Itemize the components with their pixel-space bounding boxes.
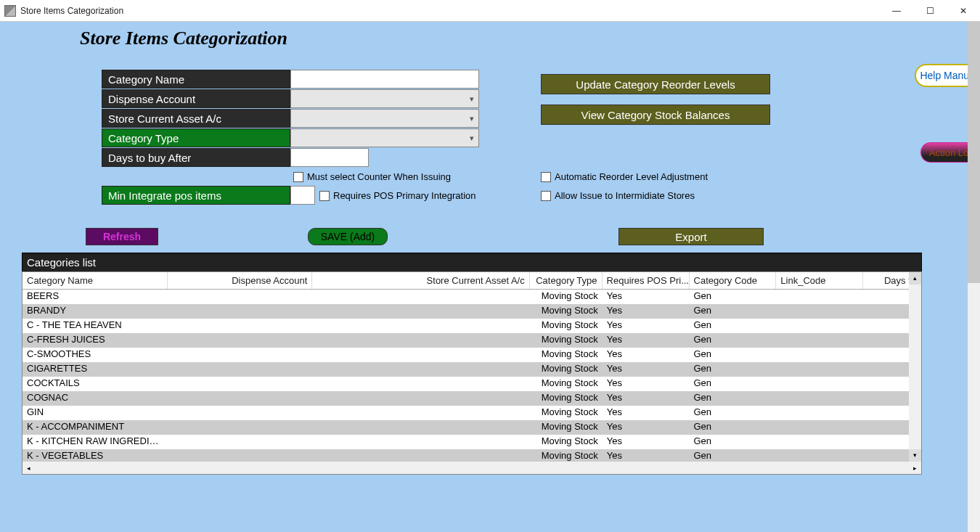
cell	[312, 435, 530, 449]
cell: Moving Stock	[530, 348, 603, 362]
cell	[776, 348, 863, 362]
allow-intermediate-checkbox[interactable]	[541, 191, 551, 201]
cell	[168, 435, 313, 449]
table-row[interactable]: BRANDYMoving StockYesGen	[23, 304, 921, 319]
col-link-code[interactable]: Link_Code	[776, 272, 863, 289]
cell: COCKTAILS	[23, 377, 168, 391]
col-dispense-account[interactable]: Dispense Account	[168, 272, 313, 289]
cell	[776, 406, 863, 420]
cell	[168, 391, 313, 406]
cell: Yes	[603, 290, 690, 304]
cell: Gen	[690, 435, 777, 449]
cell: Gen	[690, 304, 777, 319]
cell	[776, 319, 863, 333]
min-integrate-pos-input[interactable]	[290, 186, 315, 205]
days-to-buy-input[interactable]	[290, 148, 369, 167]
cell: Gen	[690, 420, 777, 435]
label-dispense-account: Dispense Account	[102, 89, 290, 108]
must-select-counter-checkbox[interactable]	[293, 172, 303, 182]
scroll-down-icon[interactable]: ▾	[909, 449, 921, 462]
cell	[168, 290, 313, 304]
categories-grid[interactable]: Category Name Dispense Account Store Cur…	[22, 271, 922, 475]
view-balances-button[interactable]: View Category Stock Balances	[541, 105, 770, 125]
label-requires-pos-primary: Requires POS Primary Integration	[333, 190, 476, 201]
update-reorder-button[interactable]: Update Category Reorder Levels	[541, 74, 770, 94]
refresh-button[interactable]: Refresh	[86, 228, 158, 245]
label-auto-reorder: Automatic Reorder Level Adjustment	[555, 171, 708, 182]
label-must-select-counter: Must select Counter When Issuing	[307, 171, 451, 182]
table-row[interactable]: GINMoving StockYesGen	[23, 406, 921, 420]
cell: GIN	[23, 406, 168, 420]
table-row[interactable]: C-FRESH JUICESMoving StockYesGen	[23, 333, 921, 348]
cell: Yes	[603, 435, 690, 449]
col-category-name[interactable]: Category Name	[23, 272, 168, 289]
window-title: Store Items Categorization	[20, 6, 123, 16]
cell	[312, 406, 530, 420]
cell: Yes	[603, 319, 690, 333]
maximize-button[interactable]: ☐	[913, 0, 947, 22]
table-row[interactable]: K - KITCHEN RAW INGREDIE...Moving StockY…	[23, 435, 921, 449]
scroll-right-icon[interactable]: ▸	[909, 465, 921, 472]
grid-vertical-scrollbar[interactable]: ▴ ▾	[909, 272, 921, 462]
page-title: Store Items Categorization	[80, 28, 287, 49]
cell: Moving Stock	[530, 333, 603, 348]
grid-title: Categories list	[22, 253, 922, 272]
label-days-to-buy: Days to buy After	[102, 148, 290, 167]
label-category-type: Category Type	[102, 128, 290, 147]
cell: Moving Stock	[530, 304, 603, 319]
category-type-combo[interactable]	[290, 128, 479, 147]
grid-horizontal-scrollbar[interactable]: ◂ ▸	[23, 462, 921, 474]
cell: Yes	[603, 333, 690, 348]
cell	[776, 304, 863, 319]
cell: Moving Stock	[530, 290, 603, 304]
minimize-button[interactable]: —	[880, 0, 913, 22]
cell: Yes	[603, 420, 690, 435]
requires-pos-primary-checkbox[interactable]	[319, 191, 330, 201]
cell	[168, 333, 313, 348]
label-allow-intermediate: Allow Issue to Intermidiate Stores	[555, 190, 695, 201]
cell	[168, 362, 313, 377]
cell: Gen	[690, 362, 777, 377]
scroll-up-icon[interactable]: ▴	[909, 272, 921, 285]
cell: BRANDY	[23, 304, 168, 319]
cell	[168, 304, 313, 319]
col-category-type[interactable]: Category Type	[530, 272, 603, 289]
cell: Gen	[690, 406, 777, 420]
cell: C-SMOOTHES	[23, 348, 168, 362]
dispense-account-combo[interactable]	[290, 89, 479, 108]
col-store-asset[interactable]: Store Current Asset A/c	[312, 272, 529, 289]
table-row[interactable]: C - THE TEA HEAVENMoving StockYesGen	[23, 319, 921, 333]
window-titlebar: Store Items Categorization — ☐ ✕	[0, 0, 980, 22]
table-row[interactable]: COCKTAILSMoving StockYesGen	[23, 377, 921, 391]
cell: Gen	[690, 377, 777, 391]
cell	[312, 420, 530, 435]
table-row[interactable]: BEERSMoving StockYesGen	[23, 290, 921, 304]
table-row[interactable]: COGNACMoving StockYesGen	[23, 391, 921, 406]
table-row[interactable]: K - ACCOMPANIMENTMoving StockYesGen	[23, 420, 921, 435]
category-name-input[interactable]	[290, 70, 479, 89]
cell	[168, 406, 313, 420]
auto-reorder-checkbox[interactable]	[541, 172, 551, 182]
table-row[interactable]: C-SMOOTHESMoving StockYesGen	[23, 348, 921, 362]
cell	[776, 420, 863, 435]
export-button[interactable]: Export	[618, 228, 764, 245]
col-requires-pos[interactable]: Requires POS Pri...	[603, 272, 690, 289]
scroll-left-icon[interactable]: ◂	[23, 465, 35, 472]
cell	[312, 362, 530, 377]
save-button[interactable]: SAVE (Add)	[308, 228, 388, 245]
close-button[interactable]: ✕	[947, 0, 980, 22]
cell	[168, 319, 313, 333]
window-vertical-scrollbar[interactable]	[968, 22, 980, 532]
cell: Yes	[603, 304, 690, 319]
cell: C-FRESH JUICES	[23, 333, 168, 348]
table-row[interactable]: CIGARETTESMoving StockYesGen	[23, 362, 921, 377]
store-asset-combo[interactable]	[290, 109, 479, 128]
label-min-integrate-pos: Min Integrate pos items	[102, 186, 290, 205]
scrollbar-thumb[interactable]	[968, 22, 980, 283]
col-category-code[interactable]: Category Code	[690, 272, 777, 289]
cell: Moving Stock	[530, 391, 603, 406]
cell: K - KITCHEN RAW INGREDIE...	[23, 435, 168, 449]
cell	[312, 391, 530, 406]
cell	[776, 290, 863, 304]
cell	[776, 435, 863, 449]
